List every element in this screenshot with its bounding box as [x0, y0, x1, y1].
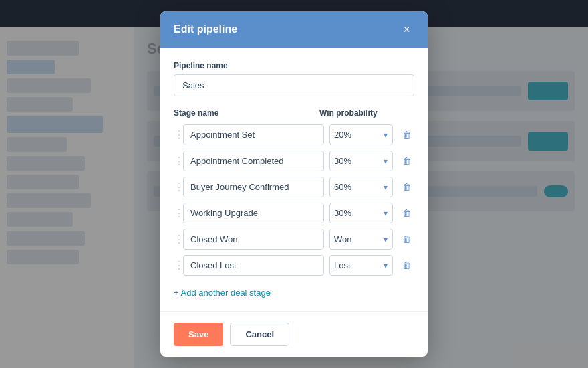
modal-body: Pipeline name Stage name Win probability…	[160, 48, 428, 311]
stage-name-input[interactable]	[183, 151, 324, 171]
modal-overlay: Edit pipeline × Pipeline name Stage name…	[0, 0, 588, 368]
pipeline-name-label: Pipeline name	[174, 61, 414, 70]
stage-name-column-header: Stage name	[174, 108, 319, 118]
win-probability-select-wrapper: 10%20%30%40%50%60%70%80%90%100%WonLost	[329, 229, 393, 250]
add-stage-button[interactable]: + Add another deal stage	[174, 288, 271, 298]
win-probability-select[interactable]: 10%20%30%40%50%60%70%80%90%100%WonLost	[329, 229, 393, 250]
delete-stage-button[interactable]: 🗑	[398, 179, 414, 195]
modal-header: Edit pipeline ×	[160, 11, 428, 48]
win-probability-select-wrapper: 10%20%30%40%50%60%70%80%90%100%WonLost	[329, 177, 393, 197]
delete-stage-button[interactable]: 🗑	[398, 258, 414, 274]
stages-list: ⋮10%20%30%40%50%60%70%80%90%100%WonLost🗑…	[174, 124, 414, 276]
stage-row: ⋮10%20%30%40%50%60%70%80%90%100%WonLost🗑	[174, 151, 414, 171]
stage-row: ⋮10%20%30%40%50%60%70%80%90%100%WonLost🗑	[174, 203, 414, 223]
drag-handle-icon[interactable]: ⋮	[174, 207, 178, 219]
delete-stage-button[interactable]: 🗑	[398, 127, 414, 143]
win-probability-select-wrapper: 10%20%30%40%50%60%70%80%90%100%WonLost	[329, 124, 393, 145]
cancel-button[interactable]: Cancel	[230, 323, 289, 346]
stage-row: ⋮10%20%30%40%50%60%70%80%90%100%WonLost🗑	[174, 229, 414, 250]
drag-handle-icon[interactable]: ⋮	[174, 128, 178, 141]
drag-handle-icon[interactable]: ⋮	[174, 259, 178, 272]
modal-footer: Save Cancel	[160, 311, 428, 357]
win-probability-select-wrapper: 10%20%30%40%50%60%70%80%90%100%WonLost	[329, 203, 393, 223]
stage-name-input[interactable]	[183, 177, 324, 197]
delete-stage-button[interactable]: 🗑	[398, 205, 414, 221]
win-probability-select[interactable]: 10%20%30%40%50%60%70%80%90%100%WonLost	[329, 255, 393, 276]
win-probability-select[interactable]: 10%20%30%40%50%60%70%80%90%100%WonLost	[329, 203, 393, 223]
stage-name-input[interactable]	[183, 255, 324, 276]
modal-title: Edit pipeline	[174, 23, 237, 35]
drag-handle-icon[interactable]: ⋮	[174, 233, 178, 246]
stage-row: ⋮10%20%30%40%50%60%70%80%90%100%WonLost🗑	[174, 177, 414, 197]
win-probability-select[interactable]: 10%20%30%40%50%60%70%80%90%100%WonLost	[329, 177, 393, 197]
drag-handle-icon[interactable]: ⋮	[174, 155, 178, 167]
delete-stage-button[interactable]: 🗑	[398, 232, 414, 248]
stage-name-input[interactable]	[183, 124, 324, 145]
win-probability-select[interactable]: 10%20%30%40%50%60%70%80%90%100%WonLost	[329, 124, 393, 145]
modal-close-button[interactable]: ×	[399, 22, 414, 37]
stages-header: Stage name Win probability	[174, 108, 414, 118]
edit-pipeline-modal: Edit pipeline × Pipeline name Stage name…	[160, 11, 428, 357]
drag-handle-icon[interactable]: ⋮	[174, 181, 178, 193]
win-probability-select-wrapper: 10%20%30%40%50%60%70%80%90%100%WonLost	[329, 255, 393, 276]
pipeline-name-input[interactable]	[174, 74, 414, 96]
win-probability-select-wrapper: 10%20%30%40%50%60%70%80%90%100%WonLost	[329, 151, 393, 171]
delete-stage-button[interactable]: 🗑	[398, 153, 414, 169]
stage-row: ⋮10%20%30%40%50%60%70%80%90%100%WonLost🗑	[174, 124, 414, 145]
stage-name-input[interactable]	[183, 203, 324, 223]
stage-name-input[interactable]	[183, 229, 324, 250]
stage-row: ⋮10%20%30%40%50%60%70%80%90%100%WonLost🗑	[174, 255, 414, 276]
win-probability-column-header: Win probability	[319, 108, 393, 118]
save-button[interactable]: Save	[174, 323, 223, 346]
win-probability-select[interactable]: 10%20%30%40%50%60%70%80%90%100%WonLost	[329, 151, 393, 171]
